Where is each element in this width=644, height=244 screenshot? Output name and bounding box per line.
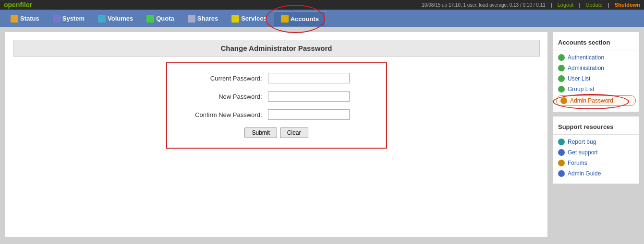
shares-icon [188,15,195,23]
current-password-input[interactable] [268,73,350,83]
topbar: openfiler 10/08/15 up 17:10, 1 user, loa… [0,0,644,10]
sidebar: Accounts section Authentication Administ… [553,32,639,238]
clear-button[interactable]: Clear [280,128,308,138]
nav-item-shares[interactable]: Shares [181,11,225,26]
support-section-title: Support resources [553,121,639,135]
sidebar-item-administration[interactable]: Administration [553,63,639,73]
nav-item-quota[interactable]: Quota [140,11,181,26]
nav-item-services[interactable]: Services [225,11,274,26]
sidebar-item-user-list[interactable]: User List [553,73,639,84]
sidebar-item-admin-guide[interactable]: Admin Guide [553,168,639,179]
nav-item-system[interactable]: System [46,11,91,26]
accounts-section: Accounts section Authentication Administ… [553,32,639,112]
nav-label-system: System [62,15,85,22]
logo: openfiler [4,1,32,9]
content-panel: Change Administrator Password Current Pa… [5,32,548,238]
forums-icon [558,160,565,166]
admin-guide-label: Admin Guide [568,170,601,177]
nav-label-services: Services [241,15,267,22]
nav-label-status: Status [20,15,39,22]
admin-password-icon [560,97,567,104]
sidebar-item-admin-password[interactable]: Admin Password [556,95,636,106]
admin-password-label: Admin Password [570,97,613,104]
sidebar-item-group-list[interactable]: Group List [553,84,639,94]
administration-icon [558,65,565,71]
quota-icon [146,15,154,23]
nav-label-shares: Shares [197,15,218,22]
group-list-icon [558,86,565,93]
form-buttons: Submit Clear [182,128,372,138]
new-password-row: New Password: [182,91,372,102]
volumes-icon [98,15,106,23]
system-icon [53,15,61,23]
current-password-label: Current Password: [182,75,268,82]
main-layout: Change Administrator Password Current Pa… [0,27,644,243]
authentication-label: Authentication [568,54,604,61]
forums-label: Forums [568,160,587,166]
group-list-label: Group List [568,86,594,93]
page-title: Change Administrator Password [13,40,540,57]
nav-label-quota: Quota [156,15,174,22]
submit-button[interactable]: Submit [244,128,277,138]
nav-label-volumes: Volumes [108,15,133,22]
nav-label-accounts: Accounts [291,15,319,23]
accounts-icon [281,15,289,23]
accounts-section-title: Accounts section [553,37,639,50]
user-list-label: User List [568,75,590,82]
topbar-right: 10/08/15 up 17:10, 1 user, load average:… [422,2,640,8]
topbar-status: 10/08/15 up 17:10, 1 user, load average:… [422,2,545,8]
logout-link[interactable]: Logout [558,2,574,8]
nav-item-status[interactable]: Status [4,11,46,26]
current-password-row: Current Password: [182,73,372,83]
topbar-left: openfiler [4,1,32,9]
services-icon [231,15,239,23]
sidebar-item-get-support[interactable]: Get support [553,147,639,158]
get-support-icon [558,149,565,156]
get-support-label: Get support [568,149,598,156]
update-link[interactable]: Update [585,2,602,8]
confirm-password-row: Confirm New Password: [182,109,372,120]
administration-label: Administration [568,65,604,71]
sidebar-item-forums[interactable]: Forums [553,158,639,168]
sidebar-item-authentication[interactable]: Authentication [553,52,639,63]
nav-item-accounts[interactable]: Accounts [274,11,326,26]
report-bug-icon [558,139,565,145]
confirm-password-label: Confirm New Password: [182,111,268,118]
authentication-icon [558,54,565,61]
navbar: Status System Volumes Quota Shares Servi… [0,10,644,27]
nav-item-volumes[interactable]: Volumes [91,11,140,26]
report-bug-label: Report bug [568,139,596,145]
sidebar-item-report-bug[interactable]: Report bug [553,137,639,147]
shutdown-label[interactable]: Shutdown [615,2,640,8]
new-password-label: New Password: [182,93,268,100]
confirm-password-input[interactable] [268,109,350,120]
admin-guide-icon [558,170,565,177]
user-list-icon [558,75,565,82]
support-section: Support resources Report bug Get support… [553,116,639,184]
status-icon [11,15,18,23]
new-password-input[interactable] [268,91,350,102]
password-form-box: Current Password: New Password: Confirm … [166,62,387,149]
